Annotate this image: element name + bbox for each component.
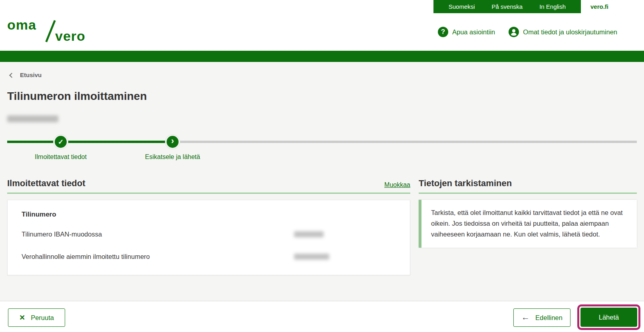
checkmark-icon: ✓ — [58, 138, 64, 146]
step-2-label: Esikatsele ja lähetä — [129, 153, 217, 161]
x-icon: ✕ — [19, 313, 25, 322]
step-2-circle: › — [167, 136, 179, 148]
stepper-line-remaining — [173, 141, 637, 143]
topbar: Suomeksi På svenska In English vero.fi — [0, 0, 644, 13]
click-highlight-ring: Lähetä — [577, 304, 640, 330]
lang-suomeksi[interactable]: Suomeksi — [449, 3, 475, 10]
logo-oma-text: oma — [7, 17, 36, 33]
detail-label: Tilinumero IBAN-muodossa — [22, 231, 294, 238]
account-link[interactable]: Omat tiedot ja uloskirjautuminen — [509, 27, 617, 37]
omavero-logo[interactable]: oma vero — [7, 18, 91, 46]
chevron-right-icon: › — [171, 136, 174, 146]
redacted-customer-name — [7, 115, 58, 122]
right-section-underline — [419, 193, 637, 194]
info-box: Tarkista, että olet ilmoittanut kaikki t… — [419, 200, 637, 248]
step-1-label: Ilmoitettavat tiedot — [17, 153, 105, 161]
stepper-line-completed — [7, 141, 173, 143]
back-chevron-icon — [9, 73, 14, 78]
detail-label: Verohallinnolle aiemmin ilmoitettu tilin… — [22, 253, 294, 260]
lang-pa-svenska[interactable]: På svenska — [492, 3, 523, 10]
peruuta-button[interactable]: ✕ Peruuta — [8, 308, 65, 327]
page-title: Tilinumeron ilmoittaminen — [7, 90, 147, 103]
detail-row-previous-account: Verohallinnolle aiemmin ilmoitettu tilin… — [22, 253, 396, 260]
breadcrumb-label: Etusivu — [20, 72, 42, 78]
peruuta-label: Peruuta — [31, 314, 54, 322]
help-link-label: Apua asiointiin — [452, 28, 495, 36]
laheta-button[interactable]: Lähetä — [580, 308, 637, 327]
progress-stepper: ✓ › Ilmoitettavat tiedot Esikatsele ja l… — [7, 136, 637, 164]
lang-in-english[interactable]: In English — [539, 3, 566, 10]
left-section-title: Ilmoitettavat tiedot — [7, 178, 85, 189]
verofi-link[interactable]: vero.fi — [590, 0, 608, 13]
section-ilmoitettavat-tiedot: Ilmoitettavat tiedot Muokkaa Tilinumero … — [7, 175, 410, 275]
language-switcher: Suomeksi På svenska In English — [433, 0, 581, 13]
card-heading: Tilinumero — [22, 211, 396, 219]
main-content: Etusivu Tilinumeron ilmoittaminen ✓ › Il… — [0, 62, 644, 301]
step-1-circle: ✓ — [55, 136, 67, 148]
content-columns: Ilmoitettavat tiedot Muokkaa Tilinumero … — [7, 175, 637, 275]
footer-action-bar: ✕ Peruuta ← Edellinen Lähetä — [0, 301, 644, 332]
left-section-underline — [7, 193, 410, 194]
section-tietojen-tarkistaminen: Tietojen tarkistaminen Tarkista, että ol… — [419, 175, 637, 248]
header: oma vero ? Apua asiointiin Omat tiedot j… — [0, 13, 644, 51]
header-links: ? Apua asiointiin Omat tiedot ja uloskir… — [438, 13, 617, 51]
muokkaa-link[interactable]: Muokkaa — [384, 181, 410, 189]
arrow-left-icon: ← — [521, 312, 530, 322]
right-section-title: Tietojen tarkistaminen — [419, 178, 512, 189]
person-icon — [509, 27, 519, 37]
omavero-page: Suomeksi På svenska In English vero.fi o… — [0, 0, 644, 332]
edellinen-label: Edellinen — [535, 314, 563, 322]
logo-vero-text: vero — [55, 28, 85, 44]
redacted-previous-account-value — [294, 254, 329, 260]
green-band — [0, 51, 644, 62]
info-text: Tarkista, että olet ilmoittanut kaikki t… — [431, 207, 626, 240]
logo-slash — [45, 20, 56, 42]
redacted-iban-value — [294, 231, 324, 237]
breadcrumb-etusivu[interactable]: Etusivu — [10, 72, 42, 78]
account-link-label: Omat tiedot ja uloskirjautuminen — [523, 28, 617, 36]
tilinumero-card: Tilinumero Tilinumero IBAN-muodossa Vero… — [7, 200, 410, 275]
edellinen-button[interactable]: ← Edellinen — [513, 308, 570, 327]
detail-row-iban: Tilinumero IBAN-muodossa — [22, 231, 396, 238]
help-link[interactable]: ? Apua asiointiin — [438, 27, 495, 37]
question-mark-icon: ? — [438, 27, 448, 37]
